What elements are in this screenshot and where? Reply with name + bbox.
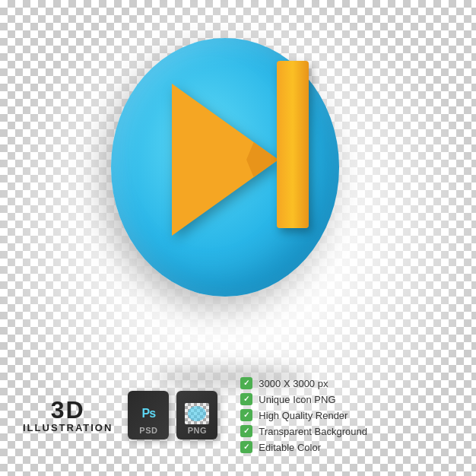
info-bar: 3D ILLUSTRATION Ps PSD PNG ✓ 3000 X 30: [0, 370, 476, 461]
png-label: PNG: [188, 426, 207, 435]
feature-text-2: Unique Icon PNG: [259, 394, 335, 405]
feature-item-3: ✓ High Quality Render: [240, 409, 367, 421]
png-thumb: [185, 403, 209, 424]
ps-file-icon: Ps PSD: [128, 391, 169, 440]
ps-graphic: Ps: [136, 403, 160, 424]
feature-text-1: 3000 X 3000 px: [259, 378, 328, 389]
triangle-shape: [172, 84, 278, 236]
vertical-bar: [277, 61, 309, 228]
check-icon-4: ✓: [240, 425, 252, 437]
main-container: 3D ILLUSTRATION Ps PSD PNG ✓ 3000 X 30: [0, 0, 476, 476]
feature-item-5: ✓ Editable Color: [240, 441, 367, 453]
feature-item-4: ✓ Transparent Background: [240, 425, 367, 437]
skip-forward-icon: [157, 61, 324, 259]
ps-text: Ps: [142, 407, 156, 420]
label-3d-illustration: 3D ILLUSTRATION: [23, 398, 113, 433]
feature-text-4: Transparent Background: [259, 426, 367, 437]
feature-item-1: ✓ 3000 X 3000 px: [240, 377, 367, 389]
check-icon-1: ✓: [240, 377, 252, 389]
icon-area: [96, 15, 354, 342]
feature-text-5: Editable Color: [259, 442, 321, 453]
label-3d-top: 3D: [51, 398, 85, 422]
check-icon-2: ✓: [240, 393, 252, 405]
feature-item-2: ✓ Unique Icon PNG: [240, 393, 367, 405]
png-file-icon: PNG: [176, 391, 217, 440]
label-3d-bottom: ILLUSTRATION: [23, 422, 113, 433]
features-list: ✓ 3000 X 3000 px ✓ Unique Icon PNG ✓ Hig…: [240, 377, 367, 453]
check-icon-3: ✓: [240, 409, 252, 421]
file-icons: Ps PSD PNG: [128, 391, 217, 440]
ps-label: PSD: [139, 426, 157, 435]
feature-text-3: High Quality Render: [259, 410, 347, 421]
check-icon-5: ✓: [240, 441, 252, 453]
